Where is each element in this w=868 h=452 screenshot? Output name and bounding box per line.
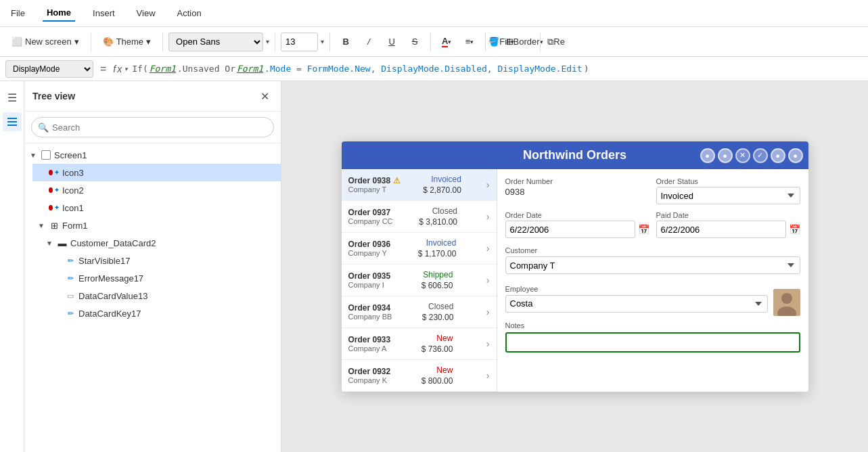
header-check-btn[interactable]: ✓ — [753, 148, 768, 163]
header-ctrl-4[interactable]: ● — [788, 148, 803, 163]
header-ctrl-3[interactable]: ● — [771, 148, 785, 163]
layers-button[interactable] — [3, 112, 22, 131]
font-color-chevron-icon: ▾ — [448, 39, 451, 45]
order-row-0932[interactable]: Order 0932 Company K New $ 800.00 › — [342, 360, 497, 392]
menu-bar: File Home Insert View Action — [0, 0, 868, 27]
tree-item-label-customer-datacard2: Customer_DataCard2 — [70, 238, 156, 248]
paid-date-calendar-icon[interactable]: 📅 — [789, 224, 800, 235]
order-company-0937: Company CC — [348, 217, 393, 225]
toolbar-separator-5 — [430, 32, 431, 51]
orders-list: Order 0938 ⚠ Company T Invoiced $ 2,870.… — [342, 169, 497, 392]
property-selector[interactable]: DisplayMode — [5, 60, 93, 78]
search-input[interactable] — [31, 117, 274, 137]
header-ctrl-1[interactable]: ● — [700, 148, 715, 163]
toolbar-separator-4 — [329, 32, 330, 51]
order-row-0934[interactable]: Order 0934 Company BB Closed $ 230.00 › — [342, 296, 497, 328]
formula-form1-a: Form1 — [150, 64, 176, 74]
order-status-0933: New — [436, 334, 453, 343]
menu-file[interactable]: File — [7, 5, 29, 21]
underline-button[interactable]: U — [382, 32, 402, 51]
theme-button[interactable]: 🎨 Theme ▾ — [97, 33, 157, 50]
tree-item-label-datacardvalue13: DataCardValue13 — [78, 291, 147, 301]
order-row-0935[interactable]: Order 0935 Company I Shipped $ 606.50 › — [342, 265, 497, 296]
new-screen-button[interactable]: ⬜ New screen ▾ — [5, 33, 85, 50]
employee-label: Employee — [505, 285, 539, 293]
order-date-input[interactable] — [505, 221, 635, 238]
tree-item-icon3[interactable]: ✦ Icon3 — [32, 164, 281, 181]
tree-item-label-form1: Form1 — [62, 221, 88, 231]
datacardkey17-icon: ✏ — [65, 308, 76, 319]
order-arrow-0932: › — [486, 370, 490, 381]
order-status-select[interactable]: Invoiced — [656, 187, 800, 204]
tree-content: ▼ Screen1 ✦ Icon3 ✦ — [24, 143, 281, 452]
order-right-0934: Closed $ 230.00 — [422, 302, 454, 322]
tree-item-customer-datacard2[interactable]: ▼ ▬ Customer_DataCard2 — [41, 234, 281, 252]
order-left-0936: Order 0936 Company Y — [348, 240, 391, 257]
customer-label: Customer — [505, 246, 538, 254]
order-row-0937[interactable]: Order 0937 Company CC Closed $ 3,810.00 … — [342, 201, 497, 233]
icon1-badge-plus: ✦ — [54, 204, 60, 211]
order-right-0935: Shipped $ 606.50 — [421, 270, 453, 290]
align-button[interactable]: ≡ ▾ — [459, 32, 480, 51]
menu-view[interactable]: View — [133, 5, 160, 21]
svg-rect-1 — [7, 121, 17, 122]
notes-input[interactable] — [505, 332, 800, 353]
border-button[interactable]: ⊞ Border ▾ — [514, 32, 534, 51]
tree-close-button[interactable]: ✕ — [256, 88, 273, 104]
header-ctrl-2[interactable]: ● — [718, 148, 733, 163]
customer-select[interactable]: Company T — [505, 256, 800, 274]
order-company-0933: Company A — [348, 344, 391, 353]
fx-chevron-icon: ▾ — [124, 66, 128, 72]
toolbar-separator-6 — [485, 32, 486, 51]
order-right-0933: New $ 736.00 — [421, 334, 453, 354]
order-number-label: Order Number — [505, 177, 649, 185]
employee-select[interactable]: Costa — [505, 295, 768, 313]
strikethrough-button[interactable]: S — [405, 32, 425, 51]
tree-item-form1[interactable]: ▼ ⊞ Form1 — [32, 217, 281, 234]
new-screen-label: New screen — [25, 37, 72, 47]
order-row-0938[interactable]: Order 0938 ⚠ Company T Invoiced $ 2,870.… — [342, 169, 497, 201]
tree-item-label-icon1: Icon1 — [62, 203, 84, 213]
icon1-icon: ✦ — [49, 202, 60, 213]
order-right-0936: Invoiced $ 1,170.00 — [418, 238, 457, 258]
reorder-button[interactable]: ⧉ Re — [546, 32, 566, 51]
order-right-0932: New $ 800.00 — [421, 365, 453, 386]
order-status-0937: Closed — [432, 206, 457, 216]
font-size-input[interactable] — [281, 32, 318, 51]
menu-home[interactable]: Home — [43, 5, 75, 22]
screen1-icon — [41, 150, 51, 160]
theme-icon: 🎨 — [103, 37, 114, 47]
order-company-0934: Company BB — [348, 313, 392, 321]
paid-date-input[interactable] — [656, 221, 786, 238]
order-row-0933[interactable]: Order 0933 Company A New $ 736.00 › — [342, 328, 497, 360]
order-date-calendar-icon[interactable]: 📅 — [638, 224, 649, 235]
menu-action[interactable]: Action — [173, 5, 206, 21]
tree-item-datacardvalue13[interactable]: ▭ DataCardValue13 — [49, 287, 281, 304]
order-amount-0934: $ 230.00 — [422, 313, 454, 322]
menu-insert[interactable]: Insert — [89, 5, 119, 21]
employee-section: Employee Costa — [505, 279, 800, 316]
order-status-field: Order Status Invoiced — [656, 177, 800, 204]
tree-item-icon2[interactable]: ✦ Icon2 — [32, 181, 281, 199]
tree-item-starvisible17[interactable]: ✏ StarVisible17 — [49, 252, 281, 269]
font-selector[interactable]: Open Sans — [168, 32, 263, 51]
font-color-button[interactable]: A ▾ — [436, 32, 457, 51]
order-row-0936[interactable]: Order 0936 Company Y Invoiced $ 1,170.00… — [342, 233, 497, 265]
align-icon: ≡ — [465, 37, 471, 47]
italic-button[interactable]: / — [359, 32, 379, 51]
fx-button[interactable]: fx ▾ — [113, 64, 128, 74]
order-left-0933: Order 0933 Company A — [348, 335, 391, 353]
header-close-btn[interactable]: ✕ — [735, 148, 750, 163]
bold-button[interactable]: B — [336, 32, 356, 51]
formula-display: If( Form1 .Unsaved Or Form1 .Mode = Form… — [132, 64, 863, 74]
notes-label: Notes — [505, 321, 800, 330]
tree-item-datacardkey17[interactable]: ✏ DataCardKey17 — [49, 304, 281, 322]
tree-item-errormessage17[interactable]: ✏ ErrorMessage17 — [49, 269, 281, 287]
formula-form1-b: Form1 — [237, 64, 263, 74]
tree-item-icon1[interactable]: ✦ Icon1 — [32, 199, 281, 217]
tree-item-screen1[interactable]: ▼ Screen1 — [24, 146, 281, 164]
paid-date-label: Paid Date — [656, 211, 800, 219]
order-arrow-0933: › — [486, 338, 490, 349]
hamburger-button[interactable]: ☰ — [3, 88, 22, 107]
order-status-0938: Invoiced — [431, 175, 461, 184]
